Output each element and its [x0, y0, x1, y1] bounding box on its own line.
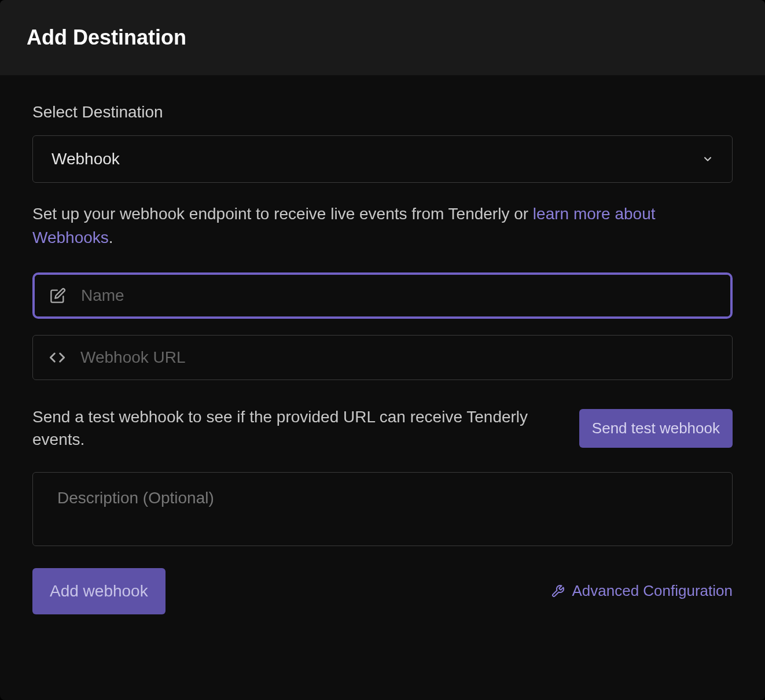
advanced-configuration-label: Advanced Configuration	[572, 582, 733, 600]
edit-icon	[50, 288, 66, 304]
name-input[interactable]	[81, 286, 715, 305]
description-textarea[interactable]	[32, 472, 733, 546]
add-destination-modal: Add Destination Select Destination Webho…	[0, 0, 765, 700]
select-destination-label: Select Destination	[32, 103, 733, 121]
modal-title: Add Destination	[27, 25, 738, 50]
modal-body: Select Destination Webhook Set up your w…	[0, 75, 765, 700]
url-input-wrapper	[32, 335, 733, 380]
destination-select-value: Webhook	[52, 150, 120, 168]
help-text: Set up your webhook endpoint to receive …	[32, 202, 733, 249]
footer-row: Add webhook Advanced Configuration	[32, 568, 733, 614]
description-wrapper	[32, 472, 733, 548]
add-webhook-button[interactable]: Add webhook	[32, 568, 165, 614]
test-webhook-row: Send a test webhook to see if the provid…	[32, 406, 733, 451]
destination-select-wrapper: Webhook	[32, 135, 733, 183]
name-input-wrapper	[32, 272, 733, 319]
url-input-row	[32, 335, 733, 380]
advanced-configuration-link[interactable]: Advanced Configuration	[551, 582, 733, 600]
name-input-row	[35, 275, 730, 316]
destination-select[interactable]: Webhook	[32, 135, 733, 183]
webhook-url-input[interactable]	[80, 348, 716, 367]
send-test-webhook-button[interactable]: Send test webhook	[579, 409, 733, 448]
wrench-icon	[551, 584, 565, 598]
test-webhook-text: Send a test webhook to see if the provid…	[32, 406, 556, 451]
chevron-down-icon	[702, 153, 713, 165]
help-text-prefix: Set up your webhook endpoint to receive …	[32, 205, 533, 223]
modal-header: Add Destination	[0, 0, 765, 75]
code-icon	[49, 349, 65, 366]
help-text-suffix: .	[109, 229, 113, 246]
